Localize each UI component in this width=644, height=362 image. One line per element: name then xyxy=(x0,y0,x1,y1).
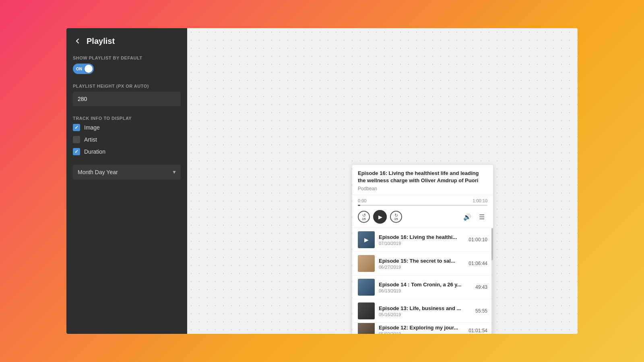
checkbox-item-image[interactable]: ✓ Image xyxy=(73,124,181,131)
playlist-item-5[interactable]: Episode 12: Exploring my jour... 05/02/2… xyxy=(352,323,493,334)
toggle-row: ON xyxy=(73,64,181,74)
show-playlist-section: SHOW PLAYLIST BY DEFAULT ON xyxy=(73,56,181,74)
date-format-section: Month Day Year Day Month Year Year Month… xyxy=(73,165,181,179)
play-icon: ▶ xyxy=(378,214,382,220)
playlist-height-label: PLAYLIST HEIGHT (PX OR AUTO) xyxy=(73,84,181,88)
toggle-on-label: ON xyxy=(76,67,82,71)
track-info-section: TRACK INFO TO DISPLAY ✓ Image Artist xyxy=(73,116,181,155)
episode-thumb-4 xyxy=(358,302,375,319)
checkbox-image[interactable]: ✓ xyxy=(73,124,80,131)
scrollbar[interactable] xyxy=(491,228,493,334)
time-current: 0:00 xyxy=(358,198,366,203)
sidebar-header: Playlist xyxy=(73,36,181,46)
back-button[interactable] xyxy=(73,36,83,46)
check-icon-duration: ✓ xyxy=(74,149,78,154)
play-overlay-icon-1: ▶ xyxy=(364,237,369,243)
episode-date-4: 05/16/2019 xyxy=(379,312,471,317)
episode-meta-4: Episode 13: Life, business and ... 05/16… xyxy=(379,305,471,317)
episode-name-2: Episode 15: The secret to sal... xyxy=(379,258,464,264)
check-icon-image: ✓ xyxy=(74,125,78,130)
checkbox-item-artist[interactable]: Artist xyxy=(73,136,181,143)
show-playlist-label: SHOW PLAYLIST BY DEFAULT xyxy=(73,56,181,60)
episode-duration-3: 49:43 xyxy=(475,284,487,290)
checkbox-item-duration[interactable]: ✓ Duration xyxy=(73,148,181,155)
episode-thumb-1: ▶ xyxy=(358,231,375,248)
rewind-button[interactable]: ↺ 15 xyxy=(358,211,370,223)
sidebar: Playlist SHOW PLAYLIST BY DEFAULT ON PLA… xyxy=(66,28,187,334)
episode-thumb-2 xyxy=(358,255,375,272)
toggle-thumb xyxy=(85,65,93,73)
episode-thumb-5 xyxy=(358,323,375,334)
forward-label: 15 xyxy=(394,218,398,221)
playlist-height-input[interactable] xyxy=(73,92,181,106)
episode-date-3: 06/13/2019 xyxy=(379,288,471,293)
episode-duration-2: 01:06:44 xyxy=(469,261,487,266)
episode-duration-4: 55:55 xyxy=(475,308,487,314)
time-row: 0:00 1:00:10 xyxy=(358,198,487,203)
playlist-item-3[interactable]: Episode 14 : Tom Cronin, a 26 y... 06/13… xyxy=(352,276,493,299)
episode-meta-5: Episode 12: Exploring my jour... 05/02/2… xyxy=(379,325,464,334)
episode-duration-5: 01:01:54 xyxy=(469,328,487,333)
episode-date-1: 07/10/2019 xyxy=(379,241,464,246)
playlist-height-section: PLAYLIST HEIGHT (PX OR AUTO) xyxy=(73,84,181,106)
rewind-label: 15 xyxy=(362,218,366,221)
play-button[interactable]: ▶ xyxy=(373,210,387,224)
episode-date-5: 05/02/2019 xyxy=(379,331,464,334)
track-info-checkbox-list: ✓ Image Artist ✓ Duration xyxy=(73,124,181,155)
player-controls: ↺ 15 ▶ ↻ 15 🔊 ☰ xyxy=(352,208,493,228)
playlist-item-4[interactable]: Episode 13: Life, business and ... 05/16… xyxy=(352,299,493,323)
player-episode-title: Episode 16: Living the healthiest life a… xyxy=(358,170,487,184)
scrollbar-thumb xyxy=(491,228,493,260)
show-playlist-toggle[interactable]: ON xyxy=(73,64,94,74)
volume-button[interactable]: 🔊 xyxy=(462,211,473,222)
player-widget: Episode 16: Living the healthiest life a… xyxy=(352,165,493,334)
progress-bar-track[interactable] xyxy=(358,205,487,206)
main-container: Playlist SHOW PLAYLIST BY DEFAULT ON PLA… xyxy=(66,28,578,334)
time-total: 1:00:10 xyxy=(473,198,487,203)
episode-duration-1: 01:00:10 xyxy=(469,237,487,243)
date-format-dropdown[interactable]: Month Day Year Day Month Year Year Month… xyxy=(73,165,181,179)
forward-button[interactable]: ↻ 15 xyxy=(390,211,402,223)
play-overlay-1: ▶ xyxy=(358,231,375,248)
preview-area: Episode 16: Living the healthiest life a… xyxy=(187,28,578,334)
track-info-label: TRACK INFO TO DISPLAY xyxy=(73,116,181,121)
playlist-item-2[interactable]: Episode 15: The secret to sal... 06/27/2… xyxy=(352,252,493,276)
episode-date-2: 06/27/2019 xyxy=(379,265,464,269)
episode-meta-2: Episode 15: The secret to sal... 06/27/2… xyxy=(379,258,464,269)
episode-meta-3: Episode 14 : Tom Cronin, a 26 y... 06/13… xyxy=(379,282,471,293)
playlist-item-1[interactable]: ▶ Episode 16: Living the healthi... 07/1… xyxy=(352,228,493,252)
checkbox-label-artist: Artist xyxy=(84,136,97,143)
episode-name-4: Episode 13: Life, business and ... xyxy=(379,305,471,311)
episode-name-3: Episode 14 : Tom Cronin, a 26 y... xyxy=(379,282,471,288)
progress-bar-fill xyxy=(358,205,360,206)
player-info: Episode 16: Living the healthiest life a… xyxy=(352,165,493,195)
checkbox-label-duration: Duration xyxy=(84,148,105,155)
sidebar-title: Playlist xyxy=(87,37,115,46)
player-podcast-name: Podbean xyxy=(358,186,487,191)
checkbox-label-image: Image xyxy=(84,124,100,131)
episode-thumb-3 xyxy=(358,279,375,296)
checkbox-duration[interactable]: ✓ xyxy=(73,148,80,155)
episode-meta-1: Episode 16: Living the healthi... 07/10/… xyxy=(379,234,464,246)
checkbox-artist[interactable] xyxy=(73,136,80,143)
episode-name-1: Episode 16: Living the healthi... xyxy=(379,234,464,240)
playlist-toggle-button[interactable]: ☰ xyxy=(476,211,487,222)
episode-name-5: Episode 12: Exploring my jour... xyxy=(379,325,464,331)
playlist-items: ▶ Episode 16: Living the healthi... 07/1… xyxy=(352,228,493,334)
player-progress-area: 0:00 1:00:10 xyxy=(352,195,493,208)
